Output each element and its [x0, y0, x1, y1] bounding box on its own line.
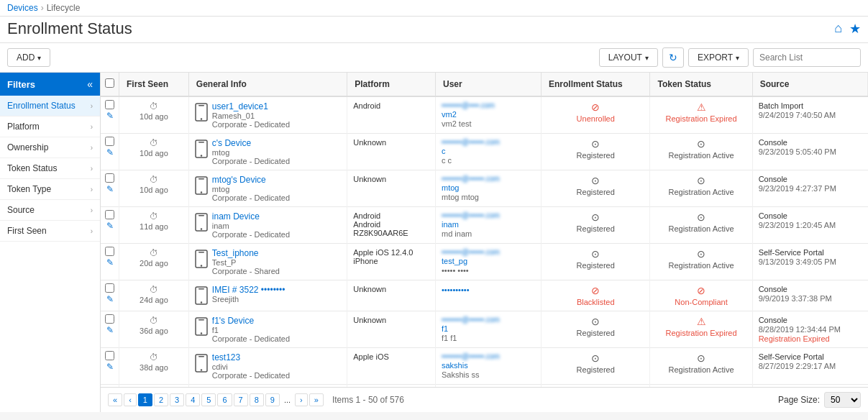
sidebar-item-source[interactable]: Source › [0, 200, 100, 221]
edit-icon[interactable]: ✎ [106, 184, 114, 194]
export-button[interactable]: EXPORT ▾ [688, 48, 749, 67]
first-seen-value: 38d ago [140, 363, 168, 372]
page-1-button[interactable]: 1 [138, 393, 152, 406]
edit-icon[interactable]: ✎ [106, 111, 114, 121]
star-icon[interactable]: ★ [849, 21, 861, 37]
sidebar-item-token-type[interactable]: Token Type › [0, 179, 100, 200]
page-prev-button[interactable]: ‹ [124, 393, 137, 406]
sidebar-item-first-seen[interactable]: First Seen › [0, 221, 100, 242]
row-checkbox[interactable] [105, 247, 114, 256]
sidebar-collapse-icon[interactable]: « [87, 78, 93, 90]
source-name: Console [759, 285, 862, 293]
home-icon[interactable]: ⌂ [834, 21, 842, 37]
enrollment-status-text: Registered [577, 329, 615, 337]
row-checkbox-cell: ✎ [101, 348, 119, 385]
source-date: 9/23/2019 4:27:37 PM [759, 184, 862, 193]
token-icon: ⊘ [697, 285, 705, 296]
page-5-button[interactable]: 5 [201, 393, 216, 406]
row-enrollment-status: ⊙ Registered [541, 311, 650, 348]
svg-point-14 [201, 265, 202, 266]
edit-icon[interactable]: ✎ [106, 362, 114, 372]
page-7-button[interactable]: 7 [234, 393, 248, 406]
row-user: ••••••••@••••••.com test_pg ••••• •••• [435, 244, 541, 280]
export-chevron-icon: ▾ [736, 54, 739, 62]
sidebar-item-enrollment[interactable]: Enrollment Status › [0, 96, 100, 117]
device-name-link[interactable]: IMEI # 3522 •••••••• [212, 285, 285, 295]
user-name: f1 [442, 324, 535, 333]
row-general-info: user1_device1 Ramesh_01 Corporate - Dedi… [188, 96, 347, 134]
sidebar-item-ownership[interactable]: Ownership › [0, 137, 100, 158]
device-name-link[interactable]: Test_iphone [212, 248, 280, 258]
user-email: ••••••••@••••••.com [442, 138, 535, 146]
toolbar-left: ADD ▾ [7, 48, 50, 67]
page-3-button[interactable]: 3 [170, 393, 184, 406]
row-checkbox[interactable] [105, 351, 114, 360]
refresh-button[interactable]: ↻ [662, 47, 684, 68]
clock-icon: ⏱ [150, 285, 158, 295]
user-fullname: vm2 test [442, 119, 535, 128]
page-6-button[interactable]: 6 [217, 393, 232, 406]
row-checkbox[interactable] [105, 100, 114, 109]
user-name: c [442, 147, 535, 155]
sidebar-item-platform[interactable]: Platform › [0, 117, 100, 137]
edit-icon[interactable]: ✎ [106, 294, 114, 304]
row-checkbox[interactable] [105, 137, 114, 146]
page-2-button[interactable]: 2 [154, 393, 168, 406]
enrollment-status-text: Blacklisted [577, 298, 615, 306]
user-email: ••••••••@••••••.com [442, 175, 535, 183]
svg-rect-4 [198, 142, 204, 143]
add-button[interactable]: ADD ▾ [7, 48, 50, 67]
page-9-button[interactable]: 9 [265, 393, 280, 406]
enrollment-icon: ⊙ [591, 138, 600, 150]
page-first-button[interactable]: « [108, 393, 122, 406]
sidebar-item-token-status[interactable]: Token Status › [0, 158, 100, 179]
row-checkbox[interactable] [105, 283, 114, 293]
pagination-left: « ‹ 1 2 3 4 5 6 7 8 9 ... › » Items 1 - … [108, 393, 404, 406]
search-input[interactable] [753, 48, 861, 67]
sidebar-item-token-type-label: Token Type [7, 184, 51, 194]
device-sub2: Corporate - Dedicated [212, 230, 290, 239]
row-first-seen: ⏱ 10d ago [119, 170, 189, 207]
row-platform: AndroidAndroidRZ8K90AAR6E [347, 207, 436, 244]
device-name-link[interactable]: user1_device1 [212, 101, 290, 111]
device-name-link[interactable]: test123 [212, 352, 290, 362]
svg-rect-1 [198, 105, 204, 106]
edit-icon[interactable]: ✎ [106, 147, 114, 158]
row-checkbox-cell: ✎ [101, 311, 119, 348]
sidebar-header: Filters « [0, 73, 100, 96]
row-checkbox[interactable] [105, 173, 114, 183]
row-general-info: f1's Device f1 Corporate - Dedicated [188, 311, 347, 348]
edit-icon[interactable]: ✎ [106, 325, 114, 335]
page-size-select[interactable]: 10 25 50 100 [824, 392, 861, 408]
breadcrumb-devices[interactable]: Devices [7, 3, 38, 13]
page-next-button[interactable]: › [295, 393, 308, 406]
page-8-button[interactable]: 8 [250, 393, 264, 406]
page-last-button[interactable]: » [309, 393, 324, 406]
row-checkbox[interactable] [105, 210, 114, 219]
row-general-info: Test_iphone Test_P Corporate - Shared [188, 244, 347, 280]
layout-button[interactable]: LAYOUT ▾ [599, 48, 658, 67]
user-name: mtog [442, 183, 535, 192]
token-icon: ⊙ [697, 175, 705, 186]
first-seen-value: 24d ago [140, 296, 168, 304]
first-seen-value: 10d ago [140, 186, 168, 194]
edit-icon[interactable]: ✎ [106, 221, 114, 231]
row-enrollment-status: ⊙ Registered [541, 207, 650, 244]
source-name: Console [759, 138, 862, 147]
device-name-link[interactable]: mtog's Device [212, 175, 290, 185]
edit-icon[interactable]: ✎ [106, 257, 114, 268]
row-checkbox[interactable] [105, 314, 114, 324]
device-name-link[interactable]: f1's Device [212, 316, 290, 326]
add-label: ADD [17, 52, 35, 63]
user-email: ••••••••@••••••.com [442, 211, 535, 219]
page-4-button[interactable]: 4 [186, 393, 200, 406]
select-all-checkbox[interactable] [105, 78, 114, 88]
row-token-status: ⊙ Registration Active [650, 207, 752, 244]
enrollment-status-text: Registered [577, 224, 615, 233]
row-first-seen: ⏱ 38d ago [119, 348, 189, 385]
first-seen-value: 10d ago [140, 149, 168, 158]
device-name-link[interactable]: inam Device [212, 211, 290, 222]
row-first-seen: ⏱ 11d ago [119, 207, 189, 244]
device-name-link[interactable]: c's Device [212, 138, 290, 148]
row-source: Console 9/23/2019 5:05:40 PM [752, 134, 867, 170]
